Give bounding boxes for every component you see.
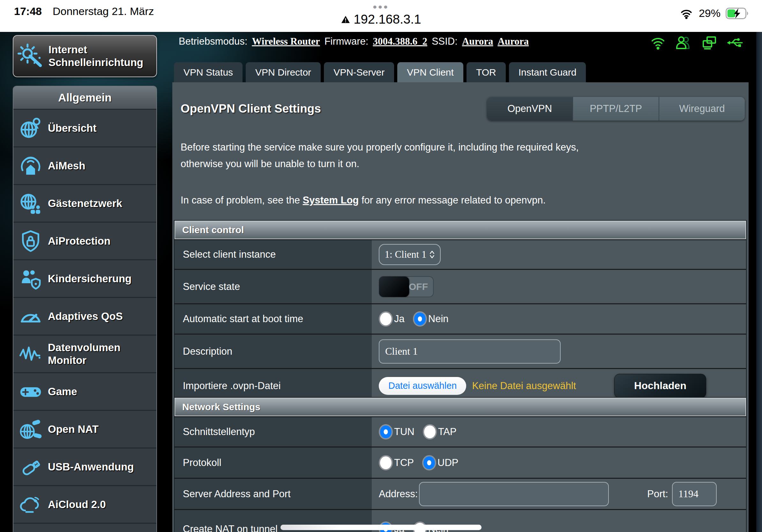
content-panel: OpenVPN Client Settings OpenVPN PPTP/L2T… [172,82,749,532]
gamepad-icon [13,380,48,403]
ipad-screen: 17:48 Donnerstag 21. März ••• 192.168.3.… [0,0,762,532]
clients-status-icon[interactable] [675,35,691,50]
sidebar-menu: Allgemein Übersicht AiMesh [13,86,157,532]
problem-text: In case of problem, see the System Log f… [181,195,546,206]
usb-stick-icon [13,455,48,479]
choose-file-button[interactable]: Datei auswählen [379,377,466,395]
tun-radio[interactable] [379,424,393,439]
tab-instant-guard[interactable]: Instant Guard [509,62,586,82]
multitask-dots-icon[interactable]: ••• [0,1,762,13]
sidebar-item-adaptives-qos[interactable]: Adaptives QoS [13,297,156,335]
table-row: Schnittstellentyp TUN TAP [175,416,746,446]
quick-setup-button[interactable]: InternetSchnelleinrichtung [13,35,157,77]
file-status-text: Keine Datei ausgewählt [472,380,576,392]
status-right: 29% [679,7,749,20]
address-bar[interactable]: 192.168.3.1 [0,12,762,27]
tap-radio[interactable] [423,424,437,439]
battery-percent: 29% [699,7,721,20]
table-row: Server Address and Port Address: Port: [175,478,746,509]
table-row: Automatic start at boot time Ja Nein [175,303,746,334]
sidebar-item-game[interactable]: Game [13,372,156,410]
network-settings-header: Network Settings [175,398,746,416]
address-label: Address: [379,488,418,500]
tab-vpn-client[interactable]: VPN Client [397,62,463,82]
home-indicator[interactable] [280,525,482,530]
page-title: OpenVPN Client Settings [181,102,321,115]
firmware-link[interactable]: 3004.388.6_2 [373,36,427,47]
upload-button[interactable]: Hochladen [614,374,706,398]
sidebar-section-title: Allgemein [13,87,156,109]
right-edge-strip [756,32,762,532]
description-input[interactable] [379,339,561,364]
auto-start-ja-radio[interactable] [379,311,393,327]
status-icons [650,35,743,50]
ios-status-bar: 17:48 Donnerstag 21. März ••• 192.168.3.… [0,0,762,32]
pptp-l2tp-button[interactable]: PPTP/L2TP [572,97,658,120]
globe-pin-icon [13,116,48,140]
udp-radio[interactable] [422,455,436,470]
devices-status-icon[interactable] [701,35,717,50]
quick-setup-label: InternetSchnelleinrichtung [48,43,143,69]
intro-text: Before starting the service make sure yo… [181,139,579,172]
table-row: Description [175,334,746,368]
port-label: Port: [647,488,668,500]
toggle-knob [379,277,409,297]
sidebar-item-datenvolumen-monitor[interactable]: Datenvolumen Monitor [13,335,156,372]
client-control-header: Client control [175,221,746,239]
wrench-icon [13,530,48,532]
sidebar-item-uebersicht[interactable]: Übersicht [13,109,156,146]
select-chevrons-icon [429,250,435,259]
tab-tor[interactable]: TOR [467,62,506,82]
sidebar-item-aiprotection[interactable]: AiProtection [13,222,156,259]
openvpn-button[interactable]: OpenVPN [487,97,572,120]
table-row: Select client instance 1: Client 1 [175,239,746,269]
mesh-house-icon [13,154,48,178]
parental-controls-icon [13,267,48,291]
traffic-monitor-icon [13,342,48,366]
ssid-link-1[interactable]: Aurora [462,36,493,47]
service-state-toggle[interactable]: OFF [379,276,434,297]
gear-wrench-icon [13,42,48,70]
ssid-label: SSID: [432,36,458,47]
tab-vpn-status[interactable]: VPN Status [174,62,243,82]
table-row: Protokoll TCP UDP [175,446,746,478]
sidebar-item-usb-anwendung[interactable]: USB-Anwendung [13,447,156,485]
sidebar-item-tools[interactable]: Tools [13,523,156,532]
firmware-label: Firmware: [325,36,369,47]
server-address-input[interactable] [419,482,609,506]
sidebar-item-aicloud[interactable]: AiCloud 2.0 [13,485,156,523]
open-nat-icon [13,418,48,441]
wireless-status-icon[interactable] [650,35,666,50]
battery-charging-icon [725,8,749,19]
network-settings-table: Network Settings Schnittstellentyp TUN T… [174,397,747,532]
sidebar-item-open-nat[interactable]: Open NAT [13,410,156,447]
tcp-radio[interactable] [379,455,393,470]
sidebar-item-aimesh[interactable]: AiMesh [13,146,156,184]
not-secure-warning-icon [341,15,350,24]
gauge-icon [13,304,48,328]
cloud-icon [13,493,48,516]
router-info-bar: Betriebsmodus: Wireless Router Firmware:… [179,36,529,47]
vpn-tabs: VPN Status VPN Director VPN-Server VPN C… [174,62,586,82]
sidebar: InternetSchnelleinrichtung Allgemein Übe… [13,35,157,532]
wifi-status-icon [679,8,694,19]
client-instance-select[interactable]: 1: Client 1 [379,244,441,265]
table-row: Service state OFF [175,269,746,303]
server-port-input[interactable] [672,482,717,506]
tab-vpn-director[interactable]: VPN Director [246,62,321,82]
auto-start-nein-radio[interactable] [413,311,427,327]
mode-label: Betriebsmodus: [179,36,247,47]
sidebar-item-gaestenetzwerk[interactable]: Gästenetzwerk [13,184,156,222]
client-control-table: Client control Select client instance 1:… [174,220,747,403]
mode-link[interactable]: Wireless Router [252,36,320,47]
wireguard-button[interactable]: Wireguard [658,97,745,120]
system-log-link[interactable]: System Log [303,195,359,206]
sidebar-item-kindersicherung[interactable]: Kindersicherung [13,259,156,297]
ssid-link-2[interactable]: Aurora [497,36,529,47]
tab-vpn-server[interactable]: VPN-Server [324,62,394,82]
usb-status-icon[interactable] [726,36,743,50]
shield-lock-icon [13,229,48,253]
router-admin-page: InternetSchnelleinrichtung Allgemein Übe… [0,32,762,532]
guest-network-icon [13,192,48,215]
url-text: 192.168.3.1 [353,12,421,27]
